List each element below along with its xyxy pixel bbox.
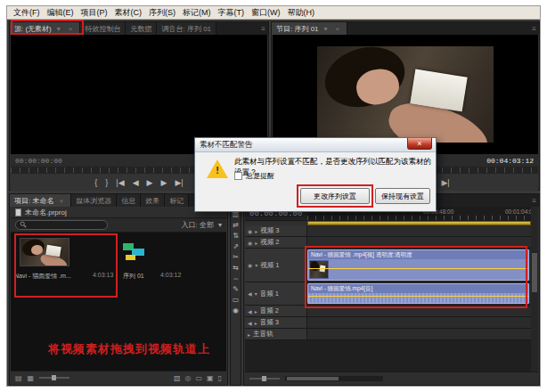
track-audio-2-lane[interactable] bbox=[307, 306, 531, 316]
rate-stretch-tool-icon[interactable]: ⇗ bbox=[233, 242, 239, 250]
track-video-1-lane[interactable]: Navi - 猫圆爱情 .mp4[视] 透明度:透明度 bbox=[307, 249, 531, 282]
expand-icon[interactable]: ▾ bbox=[255, 290, 257, 297]
set-out-point-icon[interactable]: } bbox=[105, 178, 108, 187]
play-icon[interactable]: ▶ bbox=[147, 178, 153, 187]
track-master-lane[interactable] bbox=[307, 329, 531, 339]
collapse-icon[interactable]: ▸ bbox=[255, 228, 257, 234]
step-back-icon[interactable]: ◀ bbox=[133, 178, 139, 187]
slip-tool-icon[interactable]: ⇆ bbox=[233, 264, 239, 272]
speaker-icon[interactable]: ◀ bbox=[248, 320, 252, 326]
track-master-header[interactable]: ▸ 主音轨 bbox=[245, 329, 307, 339]
eye-icon[interactable]: ◉ bbox=[248, 240, 252, 246]
thumbnail-zoom-slider[interactable] bbox=[39, 377, 69, 379]
track-audio-2-header[interactable]: ◀ ▸ 音频 2 bbox=[245, 306, 307, 316]
track-video-1-header[interactable]: ◉ ▾ 视频 1 bbox=[245, 249, 307, 282]
track-video-2-lane[interactable] bbox=[307, 237, 531, 248]
sequence-item-name[interactable]: 序列 01 bbox=[123, 272, 144, 281]
icon-view-icon[interactable]: ▦ bbox=[28, 374, 35, 382]
clip-item-duration: 4:03:13 bbox=[93, 272, 113, 278]
speaker-icon[interactable]: ◀ bbox=[248, 308, 252, 314]
timeline-vertical-scrollbar[interactable] bbox=[531, 207, 538, 372]
go-to-out-icon[interactable]: ▶| bbox=[441, 178, 449, 187]
chevron-down-icon[interactable]: ▾ bbox=[218, 221, 222, 229]
close-icon[interactable]: × bbox=[66, 25, 76, 33]
track-audio-3-lane[interactable] bbox=[307, 317, 531, 328]
collapse-icon[interactable]: ▸ bbox=[255, 308, 257, 314]
clip-thumbnail[interactable] bbox=[20, 238, 69, 266]
tab-media-browser[interactable]: 媒体浏览器 bbox=[71, 194, 117, 207]
ripple-edit-tool-icon[interactable]: ⇄ bbox=[233, 221, 239, 229]
track-label: 视频 3 bbox=[260, 226, 279, 235]
new-bin-icon[interactable]: ▭ bbox=[195, 374, 202, 382]
entry-filter-label[interactable]: 入口: 全部 bbox=[182, 220, 214, 230]
menu-item-clip[interactable]: 素材(C) bbox=[111, 7, 146, 19]
panel-menu-icon[interactable]: ≡ bbox=[258, 22, 268, 35]
track-video-3-header[interactable]: ◉ ▸ 视频 3 bbox=[245, 225, 307, 236]
menu-item-title[interactable]: 字幕(T) bbox=[215, 7, 249, 19]
expand-icon[interactable]: ▾ bbox=[255, 262, 257, 268]
tab-project[interactable]: 项目: 未命名 × bbox=[10, 194, 71, 207]
go-to-in-icon[interactable]: |◀ bbox=[116, 178, 124, 187]
hand-tool-icon[interactable]: ▭ bbox=[233, 296, 240, 304]
speaker-icon[interactable]: ◀ bbox=[248, 290, 252, 297]
video-clip[interactable]: Navi - 猫圆爱情 .mp4[视] 透明度:透明度 bbox=[307, 249, 529, 281]
tab-program[interactable]: 节目: 序列 01 ▾ × bbox=[272, 22, 347, 35]
tab-effect-controls[interactable]: 特效控制台 bbox=[80, 22, 126, 35]
set-in-point-icon[interactable]: { bbox=[94, 178, 97, 187]
track-video-2-header[interactable]: ◉ ▸ 视频 2 bbox=[245, 237, 307, 248]
tab-metadata[interactable]: 元数据 bbox=[126, 22, 157, 35]
step-forward-icon[interactable]: ▶ bbox=[160, 178, 167, 187]
eye-icon[interactable]: ◉ bbox=[248, 228, 252, 234]
go-to-out-icon[interactable]: ▶| bbox=[175, 178, 183, 187]
chevron-down-icon[interactable]: ▾ bbox=[54, 25, 63, 33]
automate-to-sequence-icon[interactable]: ▧ bbox=[174, 374, 181, 382]
trash-icon[interactable]: ▯ bbox=[218, 374, 222, 382]
panel-menu-icon[interactable]: ≡ bbox=[529, 194, 539, 207]
rolling-edit-tool-icon[interactable]: ⇅ bbox=[233, 232, 239, 240]
always-remind-checkbox[interactable] bbox=[234, 172, 242, 180]
tab-info[interactable]: 信息 bbox=[117, 194, 141, 207]
tab-source[interactable]: 源: (无素材) ▾ × bbox=[10, 22, 80, 35]
track-audio-3-header[interactable]: ◀ ▸ 音频 3 bbox=[245, 317, 307, 328]
panel-menu-icon[interactable]: ≡ bbox=[529, 22, 539, 35]
timeline-zoom-slider[interactable] bbox=[249, 378, 280, 380]
tab-markers[interactable]: 标记 bbox=[165, 194, 189, 207]
dialog-close-button[interactable]: × bbox=[407, 138, 432, 150]
close-icon[interactable]: × bbox=[56, 197, 66, 205]
find-icon[interactable]: ◎ bbox=[184, 374, 191, 382]
menu-item-help[interactable]: 帮助(H) bbox=[284, 7, 319, 19]
track-audio-1-lane[interactable]: Navi - 猫圆爱情.mp4[音] bbox=[307, 282, 531, 305]
collapse-icon[interactable]: ▸ bbox=[255, 240, 257, 246]
menu-item-project[interactable]: 项目(P) bbox=[78, 7, 111, 19]
volume-rubber-band[interactable] bbox=[308, 296, 528, 297]
search-input[interactable] bbox=[29, 221, 103, 229]
collapse-icon[interactable]: ▸ bbox=[255, 320, 257, 326]
program-viewer bbox=[273, 35, 538, 154]
audio-clip[interactable]: Navi - 猫圆爱情.mp4[音] bbox=[307, 283, 529, 304]
timeline-horizontal-scrollbar[interactable] bbox=[285, 376, 383, 381]
sequence-icon[interactable] bbox=[121, 241, 148, 263]
zoom-tool-icon[interactable]: ◉ bbox=[233, 306, 239, 314]
menu-item-sequence[interactable]: 序列(S) bbox=[145, 7, 179, 19]
pen-tool-icon[interactable]: ✎ bbox=[233, 285, 239, 293]
chevron-down-icon[interactable]: ▾ bbox=[322, 25, 331, 33]
tab-effects[interactable]: 效果 bbox=[141, 194, 165, 207]
change-sequence-settings-button[interactable]: 更改序列设置 bbox=[300, 188, 370, 204]
track-video-3-lane[interactable] bbox=[307, 225, 531, 236]
eye-icon[interactable]: ◉ bbox=[248, 262, 252, 268]
new-item-icon[interactable]: ▣ bbox=[207, 374, 214, 382]
tab-audio-mixer[interactable]: 调音台: 序列 01 bbox=[157, 22, 216, 35]
slide-tool-icon[interactable]: ⇔ bbox=[233, 274, 240, 282]
collapse-icon[interactable]: ▸ bbox=[248, 331, 250, 338]
menu-item-window[interactable]: 窗口(W) bbox=[248, 7, 284, 19]
menu-item-marker[interactable]: 标记(M) bbox=[179, 7, 215, 19]
razor-tool-icon[interactable]: ✂ bbox=[233, 253, 239, 261]
track-audio-1-header[interactable]: ◀ ▾ 音频 1 bbox=[245, 282, 307, 305]
list-view-icon[interactable]: ▤ bbox=[15, 374, 22, 382]
menu-item-file[interactable]: 文件(F) bbox=[10, 7, 44, 19]
clip-item-name[interactable]: Navi - 猫圆爱情 .m... bbox=[14, 272, 71, 281]
keep-existing-settings-button[interactable]: 保持现有设置 bbox=[375, 188, 430, 204]
close-icon[interactable]: × bbox=[333, 25, 343, 33]
menu-item-edit[interactable]: 编辑(E) bbox=[44, 7, 78, 19]
opacity-rubber-band[interactable] bbox=[308, 268, 528, 269]
